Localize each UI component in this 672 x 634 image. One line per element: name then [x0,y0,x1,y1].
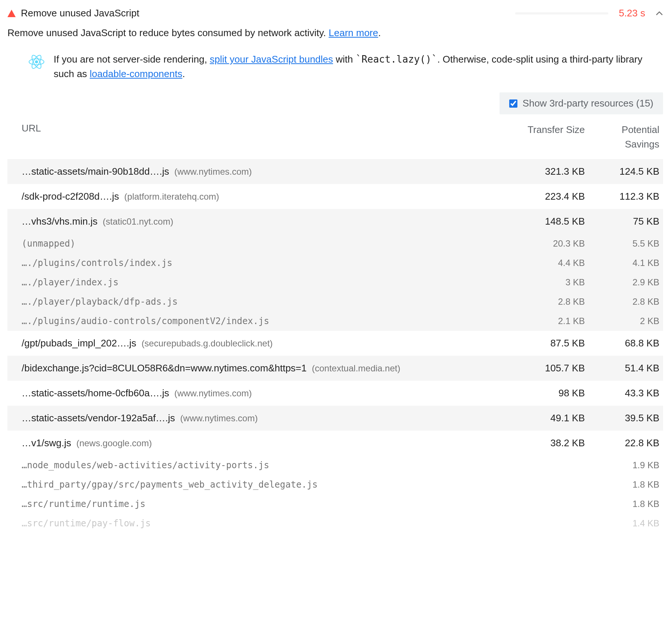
row-path: /sdk-prod-c2f208d….js [22,191,119,202]
row-savings: 112.3 KB [585,191,659,202]
table-subrow: …src/runtime/runtime.js1.8 KB [7,494,663,514]
fail-triangle-icon [7,10,16,17]
chevron-up-icon[interactable] [656,11,663,16]
subrow-savings: 5.5 KB [585,238,659,249]
row-host: (www.nytimes.com) [180,413,258,424]
subrow-savings: 2.8 KB [585,297,659,307]
row-path: /gpt/pubads_impl_202….js [22,337,136,349]
subrow-transfer: 4.4 KB [510,258,585,268]
row-path: …static-assets/home-0cfb60a….js [22,387,169,399]
react-icon [28,52,45,72]
table-subrow: …./plugins/audio-controls/componentV2/in… [7,311,663,331]
row-savings: 124.5 KB [585,166,659,177]
row-path: /bidexchange.js?cid=8CULO58R6&dn=www.nyt… [22,362,307,374]
metric-bar [515,12,608,15]
audit-description: Remove unused JavaScript to reduce bytes… [7,26,663,40]
row-host: (www.nytimes.com) [174,167,252,177]
subrow-transfer: 3 KB [510,277,585,288]
table-row[interactable]: /sdk-prod-c2f208d….js(platform.iteratehq… [7,184,663,209]
audit-header[interactable]: Remove unused JavaScript 5.23 s [7,7,663,26]
row-host: (contextual.media.net) [312,363,400,374]
learn-more-link[interactable]: Learn more [329,27,378,38]
subrow-path: (unmapped) [22,238,510,249]
third-party-toggle[interactable]: Show 3rd-party resources (15) [500,92,663,114]
row-path: …v1/swg.js [22,437,71,449]
svg-marker-0 [7,10,16,17]
table-row[interactable]: …v1/swg.js(news.google.com)38.2 KB22.8 K… [7,431,663,456]
col-url: URL [22,123,510,152]
table-row[interactable]: …vhs3/vhs.min.js(static01.nyt.com)148.5 … [7,209,663,234]
table-subrow: …./player/playback/dfp-ads.js2.8 KB2.8 K… [7,292,663,311]
subrow-path: …third_party/gpay/src/payments_web_activ… [22,479,510,490]
col-transfer: Transfer Size [510,123,585,152]
split-bundles-link[interactable]: split your JavaScript bundles [210,54,333,65]
subrow-path: …./player/playback/dfp-ads.js [22,297,510,307]
row-host: (securepubads.g.doubleclick.net) [142,338,273,349]
row-host: (static01.nyt.com) [103,216,173,227]
row-transfer: 105.7 KB [510,362,585,374]
row-host: (news.google.com) [76,438,152,448]
row-transfer: 87.5 KB [510,337,585,349]
subrow-transfer: 2.1 KB [510,316,585,326]
row-host: (www.nytimes.com) [174,388,252,399]
table-subrow: …src/runtime/pay-flow.js1.4 KB [7,514,663,533]
row-path: …vhs3/vhs.min.js [22,216,98,227]
opportunity-table: URL Transfer Size Potential Savings …sta… [7,118,663,533]
third-party-checkbox[interactable] [509,99,517,108]
table-subrow: …./plugins/controls/index.js4.4 KB4.1 KB [7,253,663,273]
subrow-savings: 2 KB [585,316,659,326]
row-host: (platform.iteratehq.com) [124,191,219,202]
row-savings: 51.4 KB [585,362,659,374]
subrow-path: …./plugins/audio-controls/componentV2/in… [22,316,510,326]
third-party-toggle-row: Show 3rd-party resources (15) [7,92,663,114]
table-row[interactable]: …static-assets/vendor-192a5af….js(www.ny… [7,406,663,431]
row-path: …static-assets/vendor-192a5af….js [22,412,175,424]
stack-pack: If you are not server-side rendering, sp… [7,52,663,81]
audit-panel: Remove unused JavaScript 5.23 s Remove u… [7,7,663,533]
row-savings: 22.8 KB [585,437,659,449]
row-transfer: 38.2 KB [510,437,585,449]
table-row[interactable]: …static-assets/home-0cfb60a….js(www.nyti… [7,381,663,406]
row-transfer: 321.3 KB [510,166,585,177]
row-transfer: 98 KB [510,387,585,399]
subrow-savings: 1.4 KB [585,518,659,529]
subrow-path: …./player/index.js [22,277,510,288]
row-savings: 43.3 KB [585,387,659,399]
subrow-transfer: 2.8 KB [510,297,585,307]
row-transfer: 49.1 KB [510,412,585,424]
row-path: …static-assets/main-90b18dd….js [22,166,169,177]
subrow-savings: 1.8 KB [585,479,659,490]
table-row[interactable]: /gpt/pubads_impl_202….js(securepubads.g.… [7,331,663,356]
table-row[interactable]: /bidexchange.js?cid=8CULO58R6&dn=www.nyt… [7,356,663,381]
loadable-components-link[interactable]: loadable-components [90,68,183,79]
row-savings: 75 KB [585,216,659,227]
subrow-transfer: 20.3 KB [510,238,585,249]
row-transfer: 148.5 KB [510,216,585,227]
metric-value: 5.23 s [619,7,645,19]
table-subrow: …./player/index.js3 KB2.9 KB [7,273,663,292]
subrow-path: …src/runtime/runtime.js [22,499,510,509]
svg-point-1 [35,60,38,63]
third-party-label: Show 3rd-party resources (15) [523,98,653,109]
table-subrow: (unmapped)20.3 KB5.5 KB [7,234,663,253]
stack-pack-text: If you are not server-side rendering, sp… [54,52,663,81]
table-subrow: …third_party/gpay/src/payments_web_activ… [7,475,663,494]
audit-title: Remove unused JavaScript [21,7,139,19]
subrow-path: …./plugins/controls/index.js [22,258,510,268]
table-subrow: …node_modules/web-activities/activity-po… [7,456,663,475]
row-savings: 68.8 KB [585,337,659,349]
subrow-savings: 1.9 KB [585,460,659,470]
subrow-path: …node_modules/web-activities/activity-po… [22,460,510,470]
table-header: URL Transfer Size Potential Savings [7,118,663,159]
row-transfer: 223.4 KB [510,191,585,202]
subrow-savings: 1.8 KB [585,499,659,509]
subrow-savings: 2.9 KB [585,277,659,288]
subrow-path: …src/runtime/pay-flow.js [22,518,510,529]
table-row[interactable]: …static-assets/main-90b18dd….js(www.nyti… [7,159,663,184]
subrow-savings: 4.1 KB [585,258,659,268]
row-savings: 39.5 KB [585,412,659,424]
col-savings: Potential Savings [585,123,659,152]
